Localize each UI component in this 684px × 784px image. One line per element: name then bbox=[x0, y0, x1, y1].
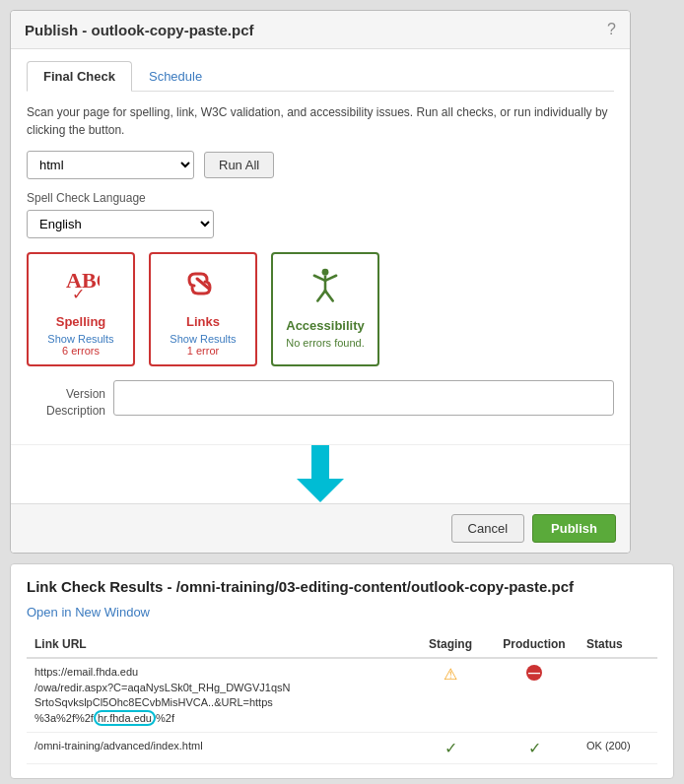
col-header-status: Status bbox=[579, 631, 657, 658]
table-header-row: Link URL Staging Production Status bbox=[27, 631, 657, 658]
dialog-body: Final Check Schedule Scan your page for … bbox=[11, 49, 630, 444]
svg-line-8 bbox=[325, 291, 333, 300]
status-text-2: OK (200) bbox=[586, 740, 631, 751]
links-icon-svg bbox=[182, 264, 224, 303]
url-highlight: hr.fhda.edu bbox=[94, 710, 156, 726]
links-card-label: Links bbox=[157, 314, 249, 329]
spell-check-language-dropdown[interactable]: English Spanish French bbox=[27, 210, 214, 238]
cancel-button[interactable]: Cancel bbox=[451, 514, 524, 543]
link-check-results-panel: Link Check Results - /omni-training/03-e… bbox=[10, 563, 674, 779]
spelling-card-label: Spelling bbox=[34, 314, 127, 329]
links-card-icon bbox=[157, 264, 249, 310]
ok-check-production-icon: ✓ bbox=[528, 740, 541, 756]
svg-line-5 bbox=[314, 276, 325, 281]
tab-schedule[interactable]: Schedule bbox=[132, 61, 219, 92]
check-type-dropdown[interactable]: html css all bbox=[27, 151, 194, 179]
version-description-label: VersionDescription bbox=[27, 380, 105, 420]
col-header-production: Production bbox=[490, 631, 579, 658]
svg-text:✓: ✓ bbox=[72, 286, 85, 302]
dialog-footer: Cancel Publish bbox=[11, 503, 630, 553]
status-cell bbox=[579, 658, 657, 732]
cyan-arrow-container bbox=[297, 444, 344, 502]
links-error-count: 1 error bbox=[187, 345, 219, 357]
ok-check-staging-icon: ✓ bbox=[445, 740, 457, 756]
warning-icon: ⚠ bbox=[444, 666, 457, 683]
accessibility-card-label: Accessibility bbox=[279, 318, 372, 333]
spell-check-label: Spell Check Language bbox=[27, 191, 614, 205]
link-url-cell-2: /omni-training/advanced/index.html bbox=[27, 732, 411, 763]
svg-line-6 bbox=[325, 276, 336, 281]
arrow-stem bbox=[311, 444, 329, 479]
spelling-icon-svg: ABC ✓ bbox=[62, 264, 100, 303]
svg-line-7 bbox=[317, 291, 325, 300]
spelling-show-results-link[interactable]: Show Results bbox=[34, 333, 127, 345]
accessibility-no-error-text: No errors found. bbox=[286, 337, 364, 349]
table-row: https://email.fhda.edu/owa/redir.aspx?C=… bbox=[27, 658, 657, 732]
run-all-button[interactable]: Run All bbox=[204, 152, 274, 178]
open-new-window-link[interactable]: Open in New Window bbox=[27, 605, 150, 620]
accessibility-card[interactable]: Accessibility No errors found. bbox=[271, 252, 379, 366]
spelling-card-icon: ABC ✓ bbox=[34, 264, 127, 310]
status-cell-2: OK (200) bbox=[579, 732, 657, 763]
dialog-title: Publish - outlook-copy-paste.pcf bbox=[25, 22, 254, 38]
description-text: Scan your page for spelling, link, W3C v… bbox=[27, 103, 614, 139]
check-cards-container: ABC ✓ Spelling Show Results 6 errors bbox=[27, 252, 614, 366]
tabs-container: Final Check Schedule bbox=[27, 61, 614, 92]
dialog-title-bar: Publish - outlook-copy-paste.pcf ? bbox=[11, 11, 630, 49]
accessibility-card-result: No errors found. bbox=[279, 337, 372, 349]
svg-point-3 bbox=[322, 269, 329, 276]
table-row: /omni-training/advanced/index.html ✓ ✓ O… bbox=[27, 732, 657, 763]
production-cell: — bbox=[490, 658, 579, 732]
error-circle-icon: — bbox=[526, 665, 542, 681]
url-text-2: /omni-training/advanced/index.html bbox=[34, 740, 203, 751]
link-check-title: Link Check Results - /omni-training/03-e… bbox=[27, 578, 657, 595]
publish-dialog: Publish - outlook-copy-paste.pcf ? Final… bbox=[10, 10, 631, 554]
staging-cell: ⚠ bbox=[411, 658, 490, 732]
check-type-row: html css all Run All bbox=[27, 151, 614, 179]
accessibility-card-icon bbox=[279, 264, 372, 314]
version-description-input[interactable] bbox=[113, 380, 614, 416]
col-header-staging: Staging bbox=[411, 631, 490, 658]
arrow-head bbox=[297, 479, 344, 502]
spell-check-section: Spell Check Language English Spanish Fre… bbox=[27, 191, 614, 238]
spelling-card[interactable]: ABC ✓ Spelling Show Results 6 errors bbox=[27, 252, 135, 366]
accessibility-icon-svg bbox=[308, 264, 343, 307]
spelling-card-result: Show Results 6 errors bbox=[34, 333, 127, 357]
tab-final-check[interactable]: Final Check bbox=[27, 61, 132, 92]
link-url-cell: https://email.fhda.edu/owa/redir.aspx?C=… bbox=[27, 658, 411, 732]
arrow-section bbox=[11, 444, 630, 503]
spelling-error-count: 6 errors bbox=[62, 345, 100, 357]
version-description-row: VersionDescription bbox=[27, 380, 614, 420]
staging-cell-2: ✓ bbox=[411, 732, 490, 763]
url-text: https://email.fhda.edu/owa/redir.aspx?C=… bbox=[34, 666, 291, 725]
links-card[interactable]: Links Show Results 1 error bbox=[149, 252, 257, 366]
links-card-result: Show Results 1 error bbox=[157, 333, 249, 357]
help-icon[interactable]: ? bbox=[607, 21, 616, 38]
results-table: Link URL Staging Production Status https… bbox=[27, 631, 657, 764]
links-show-results-link[interactable]: Show Results bbox=[157, 333, 249, 345]
col-header-link-url: Link URL bbox=[27, 631, 411, 658]
production-cell-2: ✓ bbox=[490, 732, 579, 763]
publish-button[interactable]: Publish bbox=[532, 514, 616, 543]
